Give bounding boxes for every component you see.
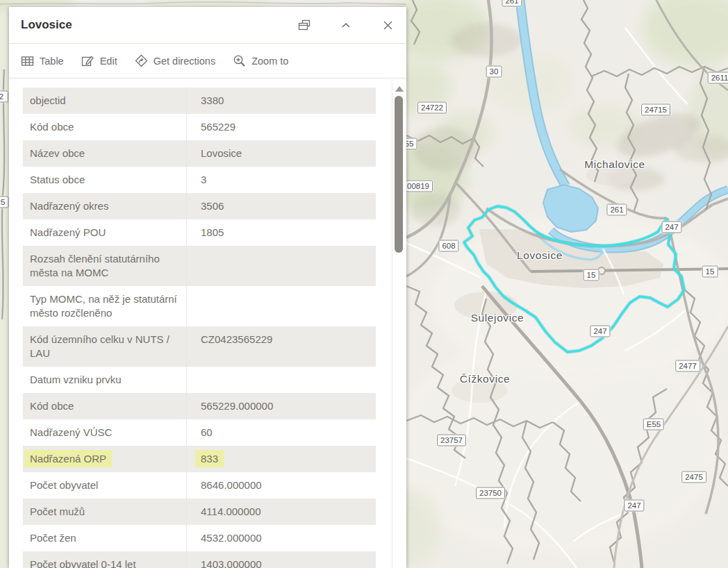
field-label: Počet obyvatel 0-14 let xyxy=(23,551,186,568)
field-label: Nadřazený POU xyxy=(23,219,186,246)
get-directions-action[interactable]: Get directions xyxy=(135,54,215,67)
table-row: Kód územního celku v NUTS / LAU CZ042356… xyxy=(23,326,376,367)
zoom-to-icon xyxy=(233,54,246,67)
close-icon xyxy=(383,20,393,31)
edit-action[interactable]: Edit xyxy=(81,55,117,67)
directions-icon xyxy=(135,54,148,67)
dock-button[interactable] xyxy=(295,16,313,34)
popup-header: Lovosice xyxy=(9,7,406,44)
feature-popup: Lovosice xyxy=(9,7,406,568)
route-shield: 2611 xyxy=(708,72,728,84)
field-label: Nadřazený okres xyxy=(23,193,186,219)
field-label: Kód obce xyxy=(23,114,186,140)
scrollbar xyxy=(392,79,406,568)
route-shield: E55 xyxy=(643,419,664,431)
route-shield: 24715 xyxy=(641,104,670,116)
field-label: Kód obce xyxy=(23,393,186,419)
route-shield: 2477 xyxy=(675,360,700,372)
close-button[interactable] xyxy=(379,16,397,34)
table-row: Počet obyvatel 0-14 let 1403.000000 xyxy=(23,551,376,568)
field-value xyxy=(186,246,376,286)
route-shield: 247 xyxy=(590,326,610,337)
route-shield: 247 xyxy=(624,500,644,512)
field-value: 1403.000000 xyxy=(186,551,376,568)
route-shield: 261 xyxy=(606,204,627,216)
table-row: Nadřazený okres 3506 xyxy=(23,193,376,219)
table-row: Kód obce 565229 xyxy=(23,114,376,140)
route-shield: 25 xyxy=(0,197,8,208)
table-row: objectid 3380 xyxy=(23,87,376,114)
table-row: Status obce 3 xyxy=(23,167,376,193)
route-shield: 15 xyxy=(584,269,599,281)
field-value: 60 xyxy=(186,419,376,446)
town-label: Čížkovice xyxy=(460,373,511,385)
field-label: Nadřazený VÚSC xyxy=(23,419,186,446)
field-value: 3506 xyxy=(186,193,376,219)
action-label: Get directions xyxy=(154,56,215,67)
field-value: 1805 xyxy=(186,219,376,246)
table-row: Počet obyvatel 8646.000000 xyxy=(23,472,376,499)
route-shield: 15 xyxy=(702,266,718,278)
scrollbar-thumb[interactable] xyxy=(395,96,403,253)
field-label: Nadřazená ORP xyxy=(23,446,186,472)
field-value: 4114.000000 xyxy=(186,499,376,525)
field-label: Počet žen xyxy=(23,525,186,551)
field-value: CZ0423565229 xyxy=(186,326,376,367)
collapse-button[interactable] xyxy=(337,16,355,34)
town-label: Lovosice xyxy=(517,249,563,262)
field-label: Datum vzniku prvku xyxy=(23,367,186,393)
town-label: Michalovice xyxy=(584,158,645,171)
table-row: Počet mužů 4114.000000 xyxy=(23,499,376,525)
route-shield: 30 xyxy=(486,66,502,78)
field-label: Počet mužů xyxy=(23,499,186,525)
route-shield: 608 xyxy=(438,240,458,252)
table-row: Kód obce 565229.000000 xyxy=(23,393,376,419)
table-row: Nadřazený VÚSC 60 xyxy=(23,419,376,446)
route-shield: 2475 xyxy=(681,471,706,483)
table-row: Počet žen 4532.000000 xyxy=(23,525,376,551)
table-action[interactable]: Table xyxy=(21,55,64,67)
town-label: Sulejovice xyxy=(471,312,524,324)
route-shield: 23757 xyxy=(437,435,466,446)
zoom-to-action[interactable]: Zoom to xyxy=(233,54,288,67)
popup-title: Lovosice xyxy=(21,18,272,32)
route-shield: 24722 xyxy=(417,102,447,114)
dock-icon xyxy=(297,19,311,32)
attribute-table: objectid 3380 Kód obce 565229 Název obce… xyxy=(9,79,392,568)
field-value: 4532.000000 xyxy=(186,525,376,551)
table-row: Rozsah členění statutárního města na MOM… xyxy=(23,246,376,286)
table-row: Název obce Lovosice xyxy=(23,140,376,167)
table-icon xyxy=(21,55,34,67)
field-value: 833 xyxy=(186,446,376,472)
table-row: Nadřazený POU 1805 xyxy=(23,219,376,246)
field-label: Rozsah členění statutárního města na MOM… xyxy=(23,246,186,286)
field-label: Typ MOMC, na něž je statutární město roz… xyxy=(23,286,186,326)
field-value: 565229 xyxy=(186,114,376,140)
table-row: Datum vzniku prvku xyxy=(23,367,376,393)
scroll-up-arrow[interactable] xyxy=(395,86,404,92)
route-shield: 23750 xyxy=(476,487,505,499)
popup-actions: Table Edit Get directions xyxy=(9,44,406,78)
field-label: objectid xyxy=(23,87,186,114)
chevron-up-icon xyxy=(340,21,351,29)
table-row: Nadřazená ORP 833 xyxy=(23,446,376,472)
field-value: 3 xyxy=(186,167,376,193)
action-label: Zoom to xyxy=(251,56,288,67)
route-shield: 247 xyxy=(661,222,681,233)
edit-icon xyxy=(81,55,94,67)
field-value: 8646.000000 xyxy=(186,472,376,499)
field-label: Kód územního celku v NUTS / LAU xyxy=(23,326,186,367)
field-value: 3380 xyxy=(186,87,376,114)
field-label: Název obce xyxy=(23,140,186,167)
field-value: 565229.000000 xyxy=(186,393,376,419)
field-label: Status obce xyxy=(23,167,186,193)
route-shield: 261 xyxy=(502,0,522,7)
route-shield: 00819 xyxy=(404,181,433,192)
field-label: Počet obyvatel xyxy=(23,472,186,499)
table-row: Typ MOMC, na něž je statutární město roz… xyxy=(23,286,376,326)
route-shield: 2 xyxy=(0,91,8,103)
action-label: Table xyxy=(40,56,64,67)
field-value xyxy=(186,286,376,326)
field-value xyxy=(186,367,376,393)
field-value: Lovosice xyxy=(186,140,376,167)
